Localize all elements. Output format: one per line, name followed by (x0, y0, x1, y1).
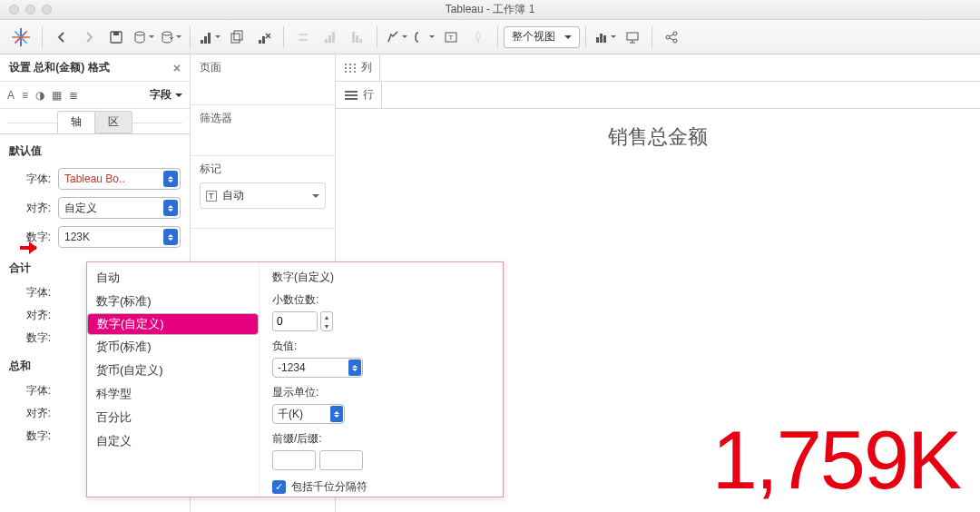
align-icon[interactable]: ≡ (22, 89, 28, 102)
filters-shelf[interactable]: 筛选器 (191, 105, 335, 156)
svg-rect-9 (204, 36, 207, 44)
align-label: 对齐: (9, 201, 51, 216)
datasource-button[interactable] (132, 25, 155, 49)
rows-icon (345, 91, 358, 100)
font-select[interactable]: Tableau Bo.. (58, 168, 181, 190)
tableau-logo-icon[interactable] (11, 27, 31, 47)
swap-button[interactable] (291, 25, 315, 49)
svg-rect-12 (234, 31, 242, 40)
sort-desc-button[interactable] (346, 25, 369, 49)
format-pane-title: 设置 总和(金额) 格式 (9, 60, 110, 75)
window-title: Tableau - 工作簿 1 (0, 2, 980, 17)
list-item[interactable]: 科学型 (87, 382, 259, 406)
suffix-input[interactable] (319, 450, 363, 470)
close-format-pane-button[interactable]: × (173, 61, 181, 75)
number-select[interactable]: 123K (58, 226, 181, 248)
viz-value: 1,759K (712, 419, 960, 501)
list-item[interactable]: 货币(标准) (87, 335, 259, 359)
clear-button[interactable] (252, 25, 276, 49)
svg-text:T: T (449, 34, 454, 42)
columns-shelf[interactable]: 列 (336, 54, 980, 82)
decimals-stepper[interactable]: ▲▼ (320, 311, 333, 331)
font-icon[interactable]: A (7, 89, 15, 102)
svg-point-27 (666, 35, 670, 39)
font-label: 字体: (9, 172, 51, 187)
total-font-label: 字体: (9, 285, 51, 300)
pages-shelf[interactable]: 页面 (191, 54, 335, 105)
popup-title: 数字(自定义) (272, 270, 490, 285)
fit-selector[interactable]: 整个视图 (504, 26, 580, 48)
unit-label: 显示单位: (272, 385, 490, 400)
showme-button[interactable] (593, 25, 617, 49)
unit-select[interactable]: 千(K) (272, 404, 345, 424)
list-item[interactable]: 自动 (87, 266, 259, 290)
prefix-input[interactable] (272, 450, 316, 470)
save-button[interactable] (104, 25, 128, 49)
svg-rect-19 (356, 35, 358, 43)
annotation-arrow-icon (20, 241, 44, 254)
neg-label: 负值: (272, 339, 490, 354)
main-toolbar: T 整个视图 (0, 20, 980, 54)
number-format-dialog: 自动 数字(标准) 数字(自定义) 货币(标准) 货币(自定义) 科学型 百分比… (86, 261, 504, 497)
list-item[interactable]: 数字(自定义) (87, 313, 259, 335)
svg-rect-15 (325, 39, 328, 43)
svg-point-29 (673, 39, 677, 43)
viz-title: 销售总金额 (336, 109, 980, 151)
svg-rect-23 (596, 37, 599, 43)
gt-align-label: 对齐: (9, 406, 51, 421)
pin-button[interactable] (466, 25, 490, 49)
titlebar: Tableau - 工作簿 1 (0, 0, 980, 20)
refresh-button[interactable] (159, 25, 182, 49)
tab-pane[interactable]: 区 (94, 111, 132, 133)
gt-font-label: 字体: (9, 383, 51, 399)
negative-select[interactable]: -1234 (272, 358, 363, 378)
tab-axis[interactable]: 轴 (57, 111, 94, 133)
svg-rect-16 (328, 35, 331, 43)
align-select[interactable]: 自定义 (58, 197, 181, 219)
presentation-button[interactable] (621, 25, 644, 49)
svg-rect-8 (201, 40, 203, 44)
highlight-button[interactable] (385, 25, 408, 49)
total-align-label: 对齐: (9, 308, 51, 323)
list-item[interactable]: 数字(标准) (87, 290, 259, 313)
section-default: 默认值 (0, 134, 190, 164)
svg-point-28 (673, 32, 677, 35)
svg-rect-25 (603, 35, 606, 43)
forward-button[interactable] (77, 25, 101, 49)
label-button[interactable]: T (439, 25, 463, 49)
list-item[interactable]: 货币(自定义) (87, 359, 259, 382)
share-button[interactable] (660, 25, 683, 49)
list-item[interactable]: 百分比 (87, 406, 259, 429)
decimals-label: 小数位数: (272, 292, 490, 308)
prefix-label: 前缀/后缀: (272, 431, 490, 447)
text-icon: T (206, 191, 217, 202)
columns-icon (345, 64, 356, 73)
marks-card: 标记 T 自动 (191, 156, 335, 229)
thousands-sep-label: 包括千位分隔符 (291, 479, 368, 495)
svg-rect-26 (627, 33, 638, 40)
svg-rect-17 (332, 32, 335, 43)
mark-type-select[interactable]: T 自动 (200, 182, 326, 209)
borders-icon[interactable]: ▦ (52, 89, 62, 102)
svg-rect-11 (231, 34, 240, 43)
thousands-sep-checkbox[interactable]: ✓ (272, 480, 286, 494)
svg-point-7 (162, 32, 172, 35)
total-number-label: 数字: (9, 330, 51, 346)
gt-number-label: 数字: (9, 428, 51, 444)
format-type-list: 自动 数字(标准) 数字(自定义) 货币(标准) 货币(自定义) 科学型 百分比… (87, 262, 260, 497)
rows-shelf[interactable]: 行 (336, 82, 980, 109)
list-item[interactable]: 自定义 (87, 429, 259, 453)
duplicate-button[interactable] (225, 25, 249, 49)
back-button[interactable] (50, 25, 74, 49)
group-button[interactable] (412, 25, 436, 49)
lines-icon[interactable]: ≣ (69, 89, 78, 102)
svg-rect-20 (359, 39, 362, 43)
svg-rect-14 (262, 36, 265, 44)
svg-rect-18 (352, 32, 355, 43)
decimals-input[interactable] (272, 311, 318, 331)
new-worksheet-button[interactable] (198, 25, 221, 49)
sort-asc-button[interactable] (318, 25, 342, 49)
field-selector[interactable]: 字段 (150, 87, 182, 103)
shading-icon[interactable]: ◑ (35, 89, 44, 102)
svg-rect-5 (113, 32, 119, 35)
